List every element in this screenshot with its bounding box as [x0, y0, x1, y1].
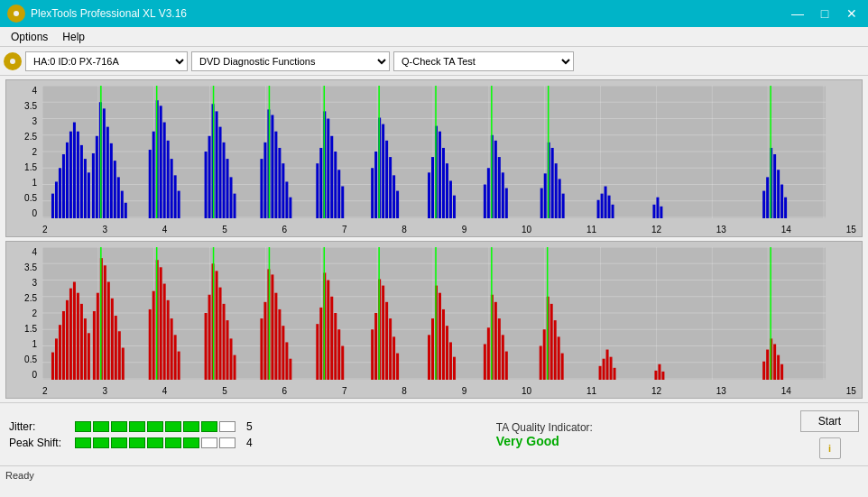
y-label: 4: [32, 86, 37, 96]
drive-select[interactable]: HA:0 ID:0 PX-716A: [25, 51, 188, 71]
svg-rect-167: [80, 304, 83, 380]
menu-help[interactable]: Help: [55, 29, 92, 45]
y-label: 2.5: [24, 132, 37, 142]
y-label: 3: [32, 278, 37, 288]
y-label: 0.5: [24, 193, 37, 203]
jitter-seg-3: [111, 421, 127, 432]
svg-rect-72: [282, 163, 284, 218]
svg-rect-51: [167, 141, 170, 218]
svg-rect-104: [487, 168, 490, 218]
top-chart-svg: [42, 86, 826, 218]
svg-rect-82: [337, 170, 340, 218]
svg-rect-109: [505, 189, 508, 218]
svg-rect-220: [374, 313, 377, 380]
svg-rect-213: [327, 280, 329, 380]
test-select[interactable]: Q-Check TA Test: [393, 51, 574, 71]
svg-rect-107: [498, 157, 501, 218]
x-label: 8: [402, 386, 407, 396]
svg-rect-250: [558, 336, 560, 380]
svg-rect-123: [612, 205, 614, 218]
svg-rect-228: [428, 335, 430, 380]
svg-rect-190: [205, 313, 208, 380]
app-icon: [7, 5, 25, 23]
svg-rect-216: [337, 329, 340, 380]
svg-rect-243: [505, 352, 508, 380]
svg-rect-235: [453, 357, 456, 380]
peak-seg-2: [93, 437, 109, 448]
x-label: 12: [651, 386, 661, 396]
svg-rect-188: [178, 352, 180, 380]
svg-rect-259: [658, 364, 660, 380]
svg-rect-201: [263, 302, 266, 380]
svg-rect-25: [96, 136, 98, 218]
svg-rect-240: [494, 302, 497, 380]
svg-rect-52: [171, 159, 173, 218]
y-label: 2: [32, 308, 37, 318]
svg-rect-44: [84, 159, 87, 218]
bottom-left: Jitter: 5 Peak Shift:: [9, 420, 253, 449]
peak-shift-bar: [75, 437, 235, 448]
close-button[interactable]: ✕: [843, 7, 861, 20]
menu-options[interactable]: Options: [4, 29, 55, 45]
function-select[interactable]: DVD Diagnostic Functions: [191, 51, 390, 71]
svg-rect-31: [117, 177, 120, 218]
svg-rect-63: [230, 177, 233, 218]
svg-rect-106: [494, 141, 497, 218]
svg-rect-50: [163, 123, 166, 218]
bottom-panel: Jitter: 5 Peak Shift:: [0, 402, 868, 465]
svg-rect-208: [289, 359, 291, 380]
app-title: PlexTools Professional XL V3.16: [31, 7, 187, 20]
svg-rect-54: [178, 191, 180, 218]
jitter-seg-6: [165, 421, 181, 432]
svg-rect-35: [51, 194, 54, 218]
svg-rect-114: [551, 148, 554, 218]
svg-rect-86: [374, 152, 377, 218]
main-content: 4 3.5 3 2.5 2 1.5 1 0.5 0: [0, 76, 868, 402]
x-label: 4: [162, 386, 168, 396]
start-button[interactable]: Start: [800, 410, 859, 432]
svg-rect-71: [278, 148, 281, 218]
svg-rect-206: [282, 326, 284, 380]
y-label: 0: [32, 370, 37, 380]
status-bar: Ready: [0, 465, 868, 483]
x-label: 15: [846, 386, 856, 396]
svg-rect-246: [543, 329, 546, 380]
svg-rect-133: [784, 198, 787, 218]
x-label: 12: [651, 225, 661, 235]
svg-rect-224: [389, 318, 392, 380]
svg-rect-60: [219, 127, 222, 218]
svg-rect-225: [392, 336, 395, 380]
toolbar: HA:0 ID:0 PX-716A DVD Diagnostic Functio…: [0, 47, 868, 76]
svg-rect-66: [260, 159, 263, 218]
bottom-chart-container: 4 3.5 3 2.5 2 1.5 1 0.5 0: [5, 241, 863, 399]
svg-rect-191: [208, 295, 211, 380]
svg-rect-73: [285, 181, 288, 218]
jitter-seg-7: [183, 421, 199, 432]
svg-rect-36: [55, 181, 58, 218]
svg-rect-222: [382, 286, 384, 380]
svg-rect-97: [439, 132, 441, 218]
svg-rect-159: [51, 353, 54, 380]
maximize-button[interactable]: □: [816, 7, 834, 20]
svg-rect-49: [160, 106, 162, 218]
svg-rect-163: [66, 300, 69, 380]
info-button[interactable]: i: [819, 437, 841, 459]
x-label: 10: [522, 225, 531, 235]
y-label: 4: [32, 247, 37, 257]
svg-rect-99: [446, 163, 448, 218]
x-label: 7: [342, 225, 347, 235]
svg-rect-249: [554, 320, 557, 380]
svg-rect-181: [152, 291, 155, 380]
x-label: 15: [846, 225, 856, 235]
ta-quality-value: Very Good: [496, 434, 593, 448]
svg-rect-171: [97, 293, 99, 380]
minimize-button[interactable]: —: [789, 7, 807, 20]
svg-rect-187: [174, 335, 177, 380]
svg-rect-90: [389, 157, 392, 218]
svg-rect-61: [223, 143, 226, 218]
jitter-value: 5: [246, 420, 253, 433]
svg-rect-56: [205, 152, 208, 218]
svg-rect-203: [271, 274, 273, 380]
x-label: 7: [342, 386, 347, 396]
svg-rect-165: [73, 282, 76, 380]
